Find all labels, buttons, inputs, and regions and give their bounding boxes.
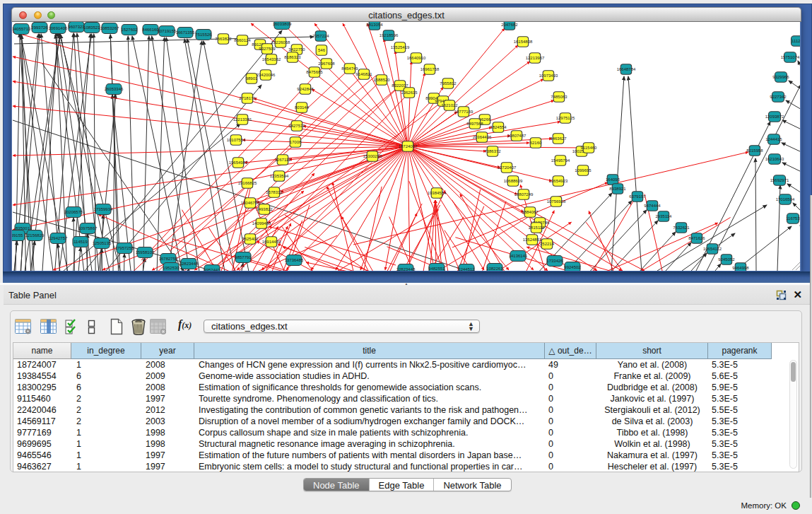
svg-text:1621022: 1621022 <box>441 103 458 107</box>
svg-text:9227342: 9227342 <box>770 95 787 99</box>
svg-text:10688609: 10688609 <box>504 179 523 183</box>
svg-text:12823448: 12823448 <box>396 267 416 271</box>
svg-text:2718170: 2718170 <box>239 96 256 100</box>
svg-text:12975125: 12975125 <box>556 116 575 120</box>
svg-text:9474444: 9474444 <box>644 204 661 208</box>
svg-text:19654983: 19654983 <box>229 160 248 165</box>
svg-text:13525419: 13525419 <box>391 45 410 49</box>
svg-text:9857791: 9857791 <box>235 255 252 259</box>
svg-text:16543362: 16543362 <box>262 57 281 62</box>
svg-text:6379197: 6379197 <box>629 194 646 199</box>
svg-text:15751074: 15751074 <box>781 55 800 59</box>
svg-text:8454749: 8454749 <box>341 66 358 71</box>
svg-text:20364436: 20364436 <box>473 135 492 139</box>
svg-text:8471626: 8471626 <box>688 236 705 240</box>
svg-text:10807487: 10807487 <box>507 134 526 138</box>
svg-text:12942757: 12942757 <box>49 236 68 240</box>
svg-text:1952530: 1952530 <box>163 266 180 270</box>
svg-text:9115460: 9115460 <box>581 146 598 150</box>
svg-text:546: 546 <box>318 48 326 52</box>
svg-text:8215958: 8215958 <box>746 148 763 153</box>
svg-text:15958107: 15958107 <box>136 250 155 255</box>
svg-text:6497568: 6497568 <box>466 122 483 126</box>
svg-text:2993726: 2993726 <box>31 25 48 30</box>
svg-text:8186323: 8186323 <box>284 55 301 59</box>
svg-text:9242848: 9242848 <box>297 87 314 91</box>
svg-text:17359934: 17359934 <box>94 207 113 211</box>
svg-text:10975867: 10975867 <box>78 226 98 230</box>
svg-text:16914459: 16914459 <box>262 240 281 244</box>
svg-text:9884067: 9884067 <box>522 210 539 214</box>
svg-text:19218596: 19218596 <box>379 33 399 37</box>
svg-text:114519: 114519 <box>73 240 88 244</box>
svg-text:12156829: 12156829 <box>25 233 45 238</box>
svg-text:26053346: 26053346 <box>105 87 124 91</box>
svg-text:9245052: 9245052 <box>718 257 735 262</box>
svg-text:13654923: 13654923 <box>549 179 568 183</box>
svg-text:1244415: 1244415 <box>765 137 782 141</box>
svg-text:62160: 62160 <box>530 141 542 145</box>
svg-text:10756928: 10756928 <box>547 199 566 204</box>
svg-text:1527602: 1527602 <box>121 28 138 32</box>
svg-text:15495794: 15495794 <box>551 158 570 163</box>
svg-text:12213381: 12213381 <box>233 117 252 122</box>
svg-text:1082261: 1082261 <box>486 267 503 271</box>
svg-text:17008: 17008 <box>290 140 302 144</box>
svg-text:9952441: 9952441 <box>204 268 220 271</box>
svg-text:2967608: 2967608 <box>318 62 335 66</box>
svg-text:15046766: 15046766 <box>241 201 260 205</box>
svg-text:2047682: 2047682 <box>501 23 518 27</box>
svg-text:164095: 164095 <box>606 177 620 182</box>
svg-text:16671355: 16671355 <box>176 30 195 35</box>
svg-text:10107554: 10107554 <box>227 138 246 142</box>
svg-text:7386372: 7386372 <box>484 149 501 153</box>
svg-text:8938921: 8938921 <box>609 187 626 191</box>
svg-text:252214: 252214 <box>540 242 555 246</box>
svg-text:7515526: 7515526 <box>195 33 212 37</box>
svg-text:803144: 803144 <box>295 105 310 110</box>
svg-text:39155: 39155 <box>12 233 23 238</box>
svg-text:8813054: 8813054 <box>366 23 383 27</box>
svg-text:13736485: 13736485 <box>285 258 304 262</box>
svg-text:9427532: 9427532 <box>288 124 305 128</box>
svg-text:1733426: 1733426 <box>546 259 563 263</box>
svg-text:12093872: 12093872 <box>765 115 784 119</box>
svg-text:23226058: 23226058 <box>271 40 290 45</box>
svg-text:1099695: 1099695 <box>575 168 592 173</box>
svg-text:13720407: 13720407 <box>498 165 517 170</box>
svg-text:18807249: 18807249 <box>514 192 534 197</box>
svg-text:7632621: 7632621 <box>673 226 690 230</box>
svg-text:9146821: 9146821 <box>355 72 372 76</box>
svg-text:3267110: 3267110 <box>275 158 292 162</box>
svg-text:3493822: 3493822 <box>256 207 273 211</box>
svg-text:16782759: 16782759 <box>159 257 178 261</box>
svg-text:16640910: 16640910 <box>407 56 426 60</box>
svg-text:5578312: 5578312 <box>266 190 283 194</box>
svg-text:3824554: 3824554 <box>490 125 507 129</box>
svg-text:17016504: 17016504 <box>776 197 795 201</box>
svg-text:16961758: 16961758 <box>420 67 440 71</box>
svg-text:1815112: 1815112 <box>529 226 546 230</box>
svg-text:14136141: 14136141 <box>509 254 528 258</box>
svg-text:20206575: 20206575 <box>64 210 83 214</box>
svg-text:15692971: 15692971 <box>770 178 789 182</box>
svg-text:1083521: 1083521 <box>83 25 100 30</box>
svg-text:14099485: 14099485 <box>252 221 271 226</box>
svg-text:10777169: 10777169 <box>454 110 473 114</box>
svg-text:12213967: 12213967 <box>526 56 545 60</box>
svg-text:10719155: 10719155 <box>158 29 177 33</box>
svg-text:7955812: 7955812 <box>440 81 457 86</box>
svg-text:10853267: 10853267 <box>100 26 119 30</box>
svg-text:19166825: 19166825 <box>238 181 257 185</box>
svg-text:9607321: 9607321 <box>68 25 85 29</box>
svg-text:9463627: 9463627 <box>550 136 567 141</box>
svg-text:19384554: 19384554 <box>428 191 447 195</box>
svg-text:12823448: 12823448 <box>180 262 199 266</box>
svg-text:9924502: 9924502 <box>564 265 581 269</box>
svg-text:7625402: 7625402 <box>242 237 259 241</box>
svg-text:9327509: 9327509 <box>259 47 276 51</box>
svg-text:20691406: 20691406 <box>49 26 68 30</box>
svg-text:9329966: 9329966 <box>772 75 789 79</box>
svg-text:8475685: 8475685 <box>306 70 323 74</box>
svg-text:12353594: 12353594 <box>270 174 289 178</box>
